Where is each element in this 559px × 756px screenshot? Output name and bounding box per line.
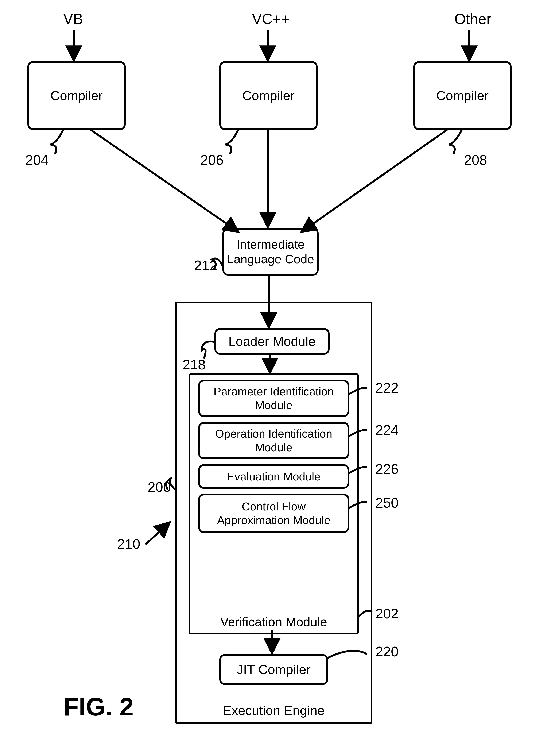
ref-208: 208 bbox=[464, 152, 487, 168]
figure-2-diagram: { "sources": { "vb": { "label": "VB", "b… bbox=[0, 0, 559, 756]
execution-engine-title: Execution Engine bbox=[223, 703, 325, 718]
verification-module-title: Verification Module bbox=[220, 614, 327, 630]
ref-206: 206 bbox=[200, 152, 224, 168]
compiler-text-vcpp: Compiler bbox=[242, 88, 295, 103]
figure-label: FIG. 2 bbox=[63, 692, 133, 721]
svg-line-5 bbox=[303, 130, 447, 231]
jit-compiler-box: JIT Compiler bbox=[219, 654, 328, 685]
compiler-box-vb: Compiler bbox=[27, 61, 126, 130]
ref-200: 200 bbox=[148, 479, 171, 495]
compiler-text-other: Compiler bbox=[436, 88, 489, 103]
ref-222: 222 bbox=[375, 380, 399, 396]
compiler-box-vcpp: Compiler bbox=[219, 61, 317, 130]
op-id-text: Operation Identification Module bbox=[215, 427, 332, 454]
ref-204: 204 bbox=[25, 152, 48, 168]
ref-210: 210 bbox=[117, 536, 140, 552]
op-id-module: Operation Identification Module bbox=[198, 422, 349, 459]
ref-250: 250 bbox=[375, 495, 399, 511]
ref-202: 202 bbox=[375, 606, 399, 622]
intermediate-box: Intermediate Language Code bbox=[222, 228, 319, 276]
loader-module-text: Loader Module bbox=[228, 333, 316, 349]
ref-220: 220 bbox=[375, 644, 399, 660]
jit-compiler-text: JIT Compiler bbox=[237, 662, 311, 677]
param-id-module: Parameter Identification Module bbox=[198, 380, 349, 417]
eval-text: Evaluation Module bbox=[227, 470, 320, 483]
svg-line-3 bbox=[91, 130, 237, 231]
loader-module-box: Loader Module bbox=[215, 328, 330, 355]
compiler-text-vb: Compiler bbox=[50, 88, 103, 103]
source-label-vb: VB bbox=[63, 10, 83, 27]
source-label-other: Other bbox=[454, 10, 491, 27]
eval-module: Evaluation Module bbox=[198, 464, 349, 489]
ref-224: 224 bbox=[375, 422, 399, 438]
svg-line-9 bbox=[146, 523, 169, 544]
source-label-vcpp: VC++ bbox=[252, 10, 290, 27]
ref-226: 226 bbox=[375, 461, 399, 477]
compiler-box-other: Compiler bbox=[413, 61, 512, 130]
intermediate-text: Intermediate Language Code bbox=[227, 237, 314, 266]
ref-218: 218 bbox=[182, 357, 206, 373]
param-id-text: Parameter Identification Module bbox=[214, 385, 334, 412]
cfa-module: Control Flow Approximation Module bbox=[198, 494, 349, 533]
cfa-text: Control Flow Approximation Module bbox=[217, 500, 330, 527]
ref-212: 212 bbox=[194, 257, 217, 274]
